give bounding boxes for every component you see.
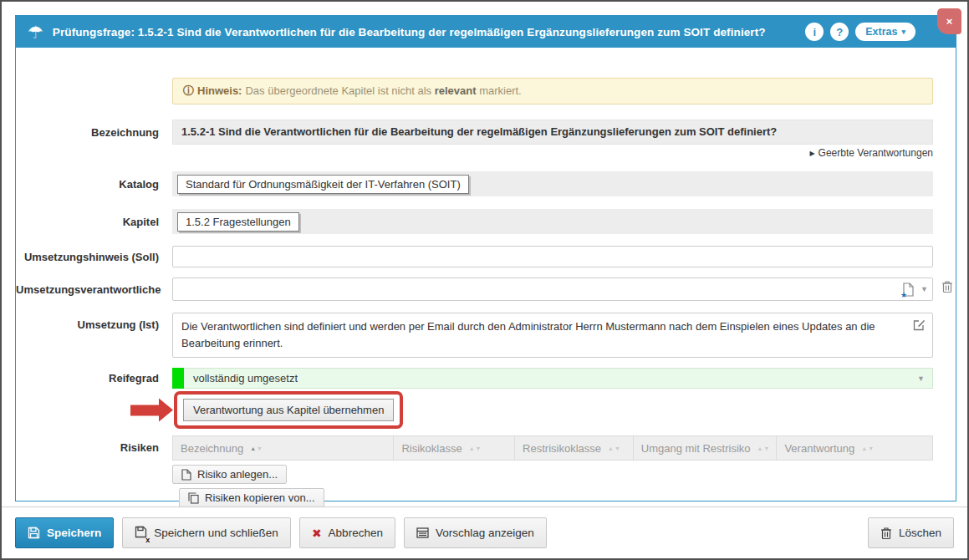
chevron-down-icon: ▾ bbox=[901, 28, 905, 36]
chevron-down-icon: ▼ bbox=[917, 374, 925, 383]
geerbte-verantwortungen-link[interactable]: ▶Geerbte Verantwortungen bbox=[172, 147, 933, 159]
column-header-restrisikoklasse[interactable]: Restrisikoklasse ▲▼ bbox=[515, 436, 634, 460]
verantwortliche-input-icons: ★ ▼ bbox=[902, 277, 928, 301]
save-button[interactable]: Speichern bbox=[15, 517, 114, 548]
list-icon bbox=[416, 527, 429, 538]
trash-icon bbox=[880, 527, 892, 540]
save-icon bbox=[28, 527, 40, 539]
hint-highlight: relevant bbox=[435, 84, 477, 97]
extras-label: Extras bbox=[865, 26, 897, 38]
column-header-umgang-mit-restrisiko[interactable]: Umgang mit Restrisiko ▲▼ bbox=[634, 436, 778, 460]
help-icon[interactable]: ? bbox=[830, 23, 849, 41]
hint-text-after: markiert. bbox=[477, 84, 522, 97]
kapitel-strip: 1.5.2 Fragestellungen bbox=[172, 209, 933, 234]
geerbte-verantwortungen-label: Geerbte Verantwortungen bbox=[819, 147, 933, 159]
hint-row: ⓘHinweis:Das übergeordnete Kapitel ist n… bbox=[16, 78, 956, 104]
pruefungsfrage-dialog: ☂ Prüfungsfrage: 1.5.2-1 Sind die Verant… bbox=[15, 15, 956, 501]
umsetzung-ist-textarea[interactable]: Die Verantwortlichen sind definiert und … bbox=[172, 313, 933, 358]
hint-text-before: Das übergeordnete Kapitel ist nicht als bbox=[245, 84, 434, 97]
katalog-row: Katalog Standard für Ordnungsmäßigkeit d… bbox=[16, 171, 956, 196]
umsetzungsverantwortliche-row: Umsetzungsverantwortliche ★ ▼ bbox=[16, 277, 956, 301]
kapitel-row: Kapitel 1.5.2 Fragestellungen bbox=[16, 209, 956, 234]
kapitel-label: Kapitel bbox=[16, 216, 172, 228]
inherited-link-row: ▶Geerbte Verantwortungen bbox=[16, 147, 956, 159]
uebernehmen-row: Verantwortung aus Kapitel übernehmen bbox=[16, 391, 956, 429]
risiken-kopieren-label: Risiken kopieren von... bbox=[205, 491, 315, 504]
sort-icons: ▲▼ bbox=[757, 445, 770, 451]
delete-label: Löschen bbox=[899, 527, 941, 539]
column-label: Bezeichnung bbox=[181, 442, 243, 455]
dropdown-caret-icon[interactable]: ▼ bbox=[921, 285, 928, 293]
save-close-button[interactable]: x Speichern und schließen bbox=[122, 517, 291, 548]
cancel-label: Abbrechen bbox=[329, 527, 383, 539]
risiken-kopieren-button[interactable]: Risiken kopieren von... bbox=[179, 488, 324, 507]
red-arrow-annotation bbox=[130, 405, 159, 415]
info-icon[interactable]: i bbox=[805, 23, 824, 41]
risiko-anlegen-row: Risiko anlegen... bbox=[16, 465, 956, 484]
risiken-row: Risiken Bezeichnung ▲▼ Risikoklasse ▲▼ R… bbox=[16, 435, 956, 461]
reifegrad-row: Reifegrad vollständig umgesetzt ▼ bbox=[16, 368, 956, 389]
close-button[interactable]: × bbox=[937, 8, 961, 34]
column-label: Umgang mit Restrisiko bbox=[641, 442, 751, 455]
add-document-icon[interactable]: ★ bbox=[902, 283, 915, 297]
kapitel-button[interactable]: 1.5.2 Fragestellungen bbox=[177, 212, 299, 232]
info-circle-icon: ⓘ bbox=[183, 84, 194, 97]
save-close-label: Speichern und schließen bbox=[154, 527, 278, 539]
umbrella-icon: ☂ bbox=[28, 23, 43, 41]
reifegrad-label: Reifegrad bbox=[16, 372, 172, 384]
column-label: Verantwortung bbox=[784, 442, 854, 455]
katalog-strip: Standard für Ordnungsmäßigkeit der IT-Ve… bbox=[172, 171, 933, 196]
sort-icons: ▲▼ bbox=[469, 445, 482, 451]
column-header-risikoklasse[interactable]: Risikoklasse ▲▼ bbox=[394, 436, 515, 460]
cancel-x-icon: ✖ bbox=[312, 527, 322, 540]
add-star-glyph: ★ bbox=[900, 291, 907, 299]
copy-icon bbox=[188, 492, 199, 504]
bezeichnung-row: Bezeichnung 1.5.2-1 Sind die Verantwortl… bbox=[16, 120, 956, 145]
risiken-table-header: Bezeichnung ▲▼ Risikoklasse ▲▼ Restrisik… bbox=[172, 435, 933, 461]
suggestion-button[interactable]: Vorschlag anzeigen bbox=[404, 517, 547, 548]
verantwortung-uebernehmen-button[interactable]: Verantwortung aus Kapitel übernehmen bbox=[183, 399, 394, 421]
bezeichnung-label: Bezeichnung bbox=[16, 126, 172, 139]
suggestion-label: Vorschlag anzeigen bbox=[436, 527, 534, 539]
umsetzungshinweis-input[interactable] bbox=[172, 246, 933, 267]
katalog-label: Katalog bbox=[16, 178, 172, 191]
hint-banner: ⓘHinweis:Das übergeordnete Kapitel ist n… bbox=[172, 78, 933, 104]
column-header-bezeichnung[interactable]: Bezeichnung ▲▼ bbox=[173, 436, 394, 460]
dialog-body: ⓘHinweis:Das übergeordnete Kapitel ist n… bbox=[16, 78, 956, 507]
extras-button[interactable]: Extras ▾ bbox=[855, 23, 915, 41]
dialog-header: ☂ Prüfungsfrage: 1.5.2-1 Sind die Verant… bbox=[16, 16, 956, 48]
header-controls: i ? Extras ▾ bbox=[805, 23, 944, 41]
sort-icons: ▲▼ bbox=[608, 445, 620, 451]
sort-icons: ▲▼ bbox=[861, 445, 874, 451]
reifegrad-value: vollständig umgesetzt bbox=[193, 372, 298, 384]
reifegrad-select[interactable]: vollständig umgesetzt ▼ bbox=[172, 368, 933, 389]
umsetzung-ist-label: Umsetzung (Ist) bbox=[16, 313, 172, 331]
save-label: Speichern bbox=[47, 527, 101, 539]
mini-x-glyph: x bbox=[145, 536, 150, 544]
umsetzungsverantwortliche-input[interactable] bbox=[172, 277, 933, 301]
bezeichnung-value: 1.5.2-1 Sind die Verantwortlichen für di… bbox=[172, 120, 933, 145]
column-header-verantwortung[interactable]: Verantwortung ▲▼ bbox=[777, 436, 932, 460]
hint-prefix: Hinweis: bbox=[197, 84, 242, 97]
cancel-button[interactable]: ✖ Abbrechen bbox=[299, 517, 395, 548]
screenshot-root: ☂ Prüfungsfrage: 1.5.2-1 Sind die Verant… bbox=[0, 0, 969, 560]
katalog-button[interactable]: Standard für Ordnungsmäßigkeit der IT-Ve… bbox=[177, 175, 469, 194]
red-highlight-annotation: Verantwortung aus Kapitel übernehmen bbox=[174, 391, 403, 429]
dialog-title: Prüfungsfrage: 1.5.2-1 Sind die Verantwo… bbox=[53, 26, 766, 38]
umsetzungshinweis-row: Umsetzungshinweis (Soll) bbox=[16, 246, 956, 267]
maturity-color-chip bbox=[172, 368, 184, 389]
edit-icon[interactable] bbox=[913, 318, 926, 334]
trash-icon[interactable] bbox=[941, 280, 953, 296]
umsetzungsverantwortliche-label: Umsetzungsverantwortliche bbox=[16, 283, 172, 296]
footer-bar: Speichern x Speichern und schließen ✖ Ab… bbox=[2, 507, 967, 558]
risiken-kopieren-row: Risiken kopieren von... bbox=[16, 488, 956, 507]
risiko-anlegen-label: Risiko anlegen... bbox=[197, 468, 278, 481]
risiko-anlegen-button[interactable]: Risiko anlegen... bbox=[172, 465, 287, 484]
new-document-icon bbox=[181, 469, 191, 481]
delete-button[interactable]: Löschen bbox=[868, 517, 954, 548]
caret-right-icon: ▶ bbox=[809, 150, 814, 157]
risiken-label: Risiken bbox=[16, 435, 172, 454]
column-label: Restrisikoklasse bbox=[523, 442, 601, 455]
umsetzungshinweis-label: Umsetzungshinweis (Soll) bbox=[16, 251, 172, 263]
umsetzung-ist-row: Umsetzung (Ist) Die Verantwortlichen sin… bbox=[16, 313, 956, 358]
